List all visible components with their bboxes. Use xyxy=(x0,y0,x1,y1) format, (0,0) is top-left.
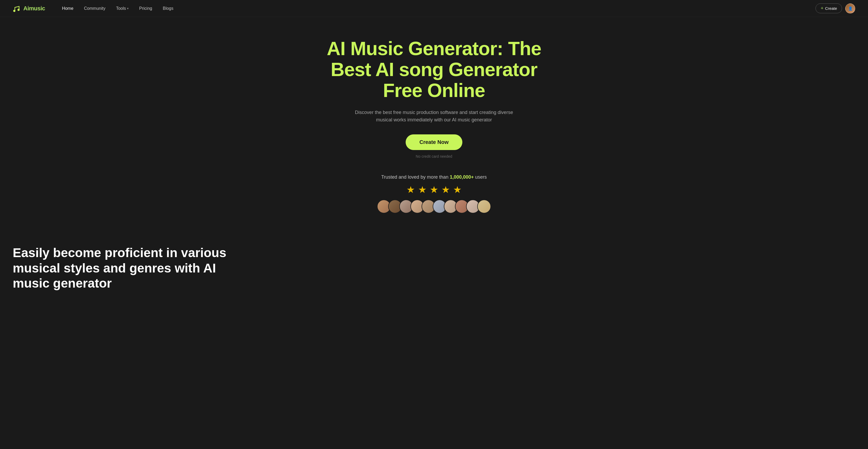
plus-icon: + xyxy=(820,6,824,11)
star-5: ★ xyxy=(453,184,462,195)
navbar: Aimusic Home Community Tools ▾ Pricing B… xyxy=(0,0,868,17)
trusted-text: Trusted and loved by more than 1,000,000… xyxy=(381,174,487,180)
user-icon: 👤 xyxy=(848,6,852,10)
logo[interactable]: Aimusic xyxy=(13,4,45,13)
no-credit-text: No credit card needed xyxy=(416,154,452,159)
nav-pricing[interactable]: Pricing xyxy=(135,4,156,13)
create-now-button[interactable]: Create Now xyxy=(406,134,462,150)
star-4: ★ xyxy=(441,184,450,195)
nav-tools[interactable]: Tools ▾ xyxy=(112,4,133,13)
hero-title: AI Music Generator: The Best AI song Gen… xyxy=(315,38,553,101)
svg-point-1 xyxy=(18,9,20,11)
nav-links: Home Community Tools ▾ Pricing Blogs xyxy=(58,4,815,13)
create-label: Create xyxy=(825,6,837,10)
nav-right: + Create 👤 xyxy=(815,3,855,13)
svg-point-0 xyxy=(13,10,16,12)
social-proof: Trusted and loved by more than 1,000,000… xyxy=(377,174,491,213)
star-1: ★ xyxy=(406,184,415,195)
nav-home[interactable]: Home xyxy=(58,4,78,13)
bottom-section: Easily become proficient in various musi… xyxy=(0,229,868,301)
user-avatar-10 xyxy=(477,200,491,213)
user-avatars xyxy=(377,200,491,213)
star-2: ★ xyxy=(418,184,427,195)
user-avatar-button[interactable]: 👤 xyxy=(845,3,855,13)
hero-section: AI Music Generator: The Best AI song Gen… xyxy=(0,17,868,229)
brand-name: Aimusic xyxy=(23,5,45,12)
logo-icon xyxy=(13,4,21,13)
nav-blogs[interactable]: Blogs xyxy=(159,4,178,13)
bottom-title: Easily become proficient in various musi… xyxy=(13,245,251,291)
stars-row: ★ ★ ★ ★ ★ xyxy=(406,184,462,195)
nav-community[interactable]: Community xyxy=(80,4,110,13)
hero-subtitle: Discover the best free music production … xyxy=(352,109,516,124)
create-button[interactable]: + Create xyxy=(815,3,842,13)
star-3: ★ xyxy=(430,184,438,195)
chevron-down-icon: ▾ xyxy=(127,7,129,10)
